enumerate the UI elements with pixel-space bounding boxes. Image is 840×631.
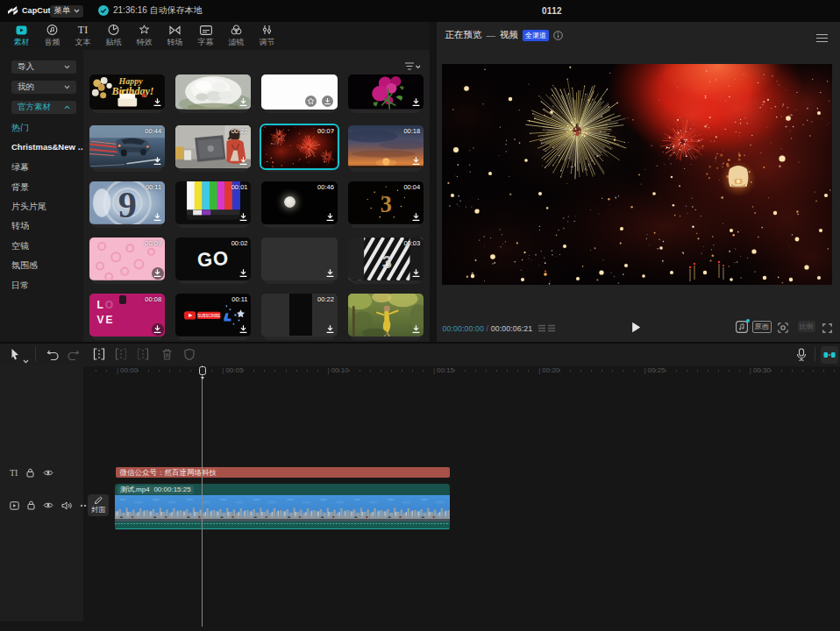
svg-text:3: 3 bbox=[381, 252, 391, 272]
svg-text:SUBSCRIBE: SUBSCRIBE bbox=[197, 314, 220, 318]
svg-text:9: 9 bbox=[117, 184, 136, 224]
svg-text:3: 3 bbox=[380, 192, 391, 217]
